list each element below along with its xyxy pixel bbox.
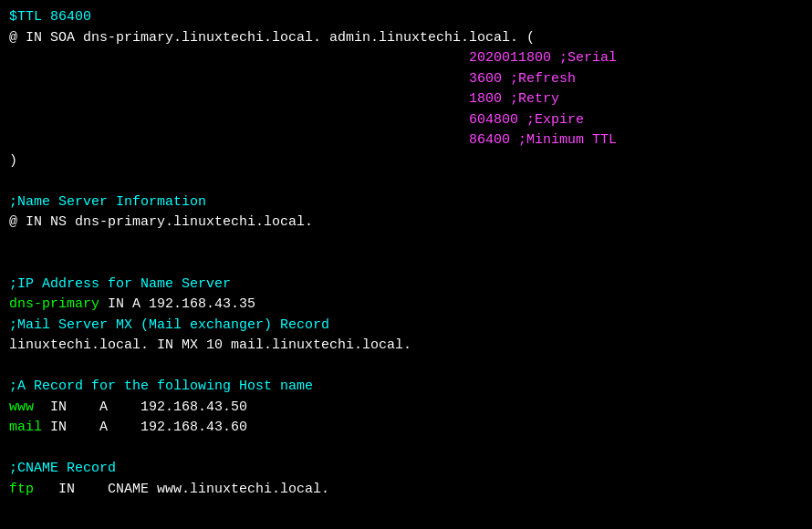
- mail-hostname: mail: [9, 420, 42, 435]
- ns-comment-line: ;Name Server Information: [9, 192, 803, 213]
- expire-line: 604800 ;Expire: [9, 110, 803, 131]
- ftp-cname-record: IN CNAME www.linuxtechi.local.: [34, 482, 329, 497]
- soa-line: @ IN SOA dns-primary.linuxtechi.local. a…: [9, 28, 803, 49]
- www-hostname: www: [9, 399, 34, 415]
- close-paren-line: ): [9, 151, 803, 172]
- minimum-text: 86400 ;Minimum TTL: [9, 132, 617, 148]
- mx-record-line: linuxtechi.local. IN MX 10 mail.linuxtec…: [9, 336, 803, 357]
- expire-text: 604800 ;Expire: [9, 112, 584, 128]
- cname-comment-line: ;CNAME Record: [9, 459, 803, 480]
- dns-hostname: dns-primary: [9, 296, 99, 312]
- ip-comment-text: ;IP Address for Name Server: [9, 276, 231, 292]
- minimum-line: 86400 ;Minimum TTL: [9, 130, 803, 151]
- serial-line: 2020011800 ;Serial: [9, 48, 803, 69]
- www-record-line: www IN A 192.168.43.50: [9, 398, 803, 419]
- refresh-text: 3600 ;Refresh: [9, 71, 576, 87]
- mail-a-record: IN A 192.168.43.60: [42, 420, 247, 435]
- ns-comment-text: ;Name Server Information: [9, 194, 206, 210]
- a-comment-text: ;A Record for the following Host name: [9, 379, 313, 394]
- blank-line-2: [9, 233, 803, 254]
- mx-record-text: linuxtechi.local. IN MX 10 mail.linuxtec…: [9, 337, 411, 353]
- mail-record-line: mail IN A 192.168.43.60: [9, 418, 803, 439]
- a-record-dns-line: dns-primary IN A 192.168.43.35: [9, 295, 803, 316]
- mx-comment-text: ;Mail Server MX (Mail exchanger) Record: [9, 317, 329, 333]
- retry-line: 1800 ;Retry: [9, 89, 803, 110]
- dns-a-record: IN A 192.168.43.35: [99, 296, 255, 312]
- serial-text: 2020011800 ;Serial: [9, 50, 617, 66]
- retry-text: 1800 ;Retry: [9, 91, 559, 107]
- ttl-line: $TTL 86400: [9, 7, 803, 28]
- ftp-record-line: ftp IN CNAME www.linuxtechi.local.: [9, 480, 803, 501]
- ftp-hostname: ftp: [9, 482, 34, 497]
- ip-comment-line: ;IP Address for Name Server: [9, 275, 803, 296]
- soa-text: @ IN SOA dns-primary.linuxtechi.local. a…: [9, 30, 535, 46]
- a-comment-line: ;A Record for the following Host name: [9, 377, 803, 398]
- refresh-line: 3600 ;Refresh: [9, 69, 803, 90]
- blank-line-1: [9, 171, 803, 192]
- ns-record-line: @ IN NS dns-primary.linuxtechi.local.: [9, 213, 803, 233]
- close-paren-text: ): [9, 153, 17, 169]
- blank-line-4: [9, 357, 803, 378]
- cname-comment-text: ;CNAME Record: [9, 461, 116, 476]
- mx-comment-line: ;Mail Server MX (Mail exchanger) Record: [9, 316, 803, 337]
- ns-record-text: @ IN NS dns-primary.linuxtechi.local.: [9, 214, 313, 230]
- ttl-text: $TTL 86400: [9, 9, 91, 25]
- terminal-output: $TTL 86400 @ IN SOA dns-primary.linuxtec…: [9, 7, 803, 500]
- blank-line-5: [9, 439, 803, 460]
- www-a-record: IN A 192.168.43.50: [34, 399, 247, 415]
- blank-line-3: [9, 254, 803, 275]
